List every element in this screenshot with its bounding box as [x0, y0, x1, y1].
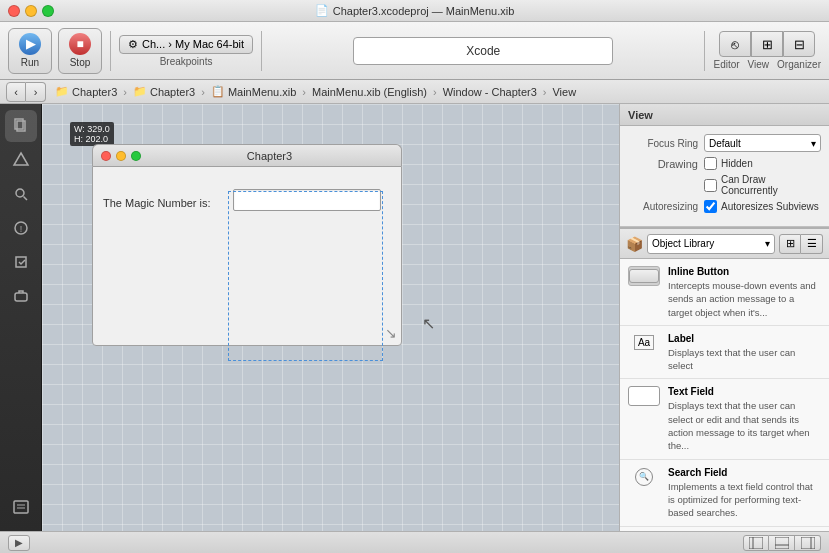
stop-button[interactable]: ■ Stop — [58, 28, 102, 74]
focus-ring-row: Focus Ring Default ▾ — [628, 134, 821, 152]
library-item-label[interactable]: Aa Label Displays text that the user can… — [620, 326, 829, 380]
label-name: Label — [668, 332, 821, 346]
focus-ring-select[interactable]: Default ▾ — [704, 134, 821, 152]
view-labels: Editor View Organizer — [713, 59, 821, 70]
minimize-button[interactable] — [25, 5, 37, 17]
nav-back[interactable]: ‹ — [6, 82, 26, 102]
right-panel-toggle[interactable] — [795, 535, 821, 551]
inline-button-desc: Intercepts mouse-down events and sends a… — [668, 279, 821, 319]
search-name: Search Field — [668, 466, 821, 480]
focus-ring-label: Focus Ring — [628, 138, 698, 149]
folder-icon: 📁 — [55, 85, 69, 98]
svg-rect-11 — [749, 537, 763, 549]
preview-titlebar: Chapter3 — [92, 144, 402, 166]
main-layout: ! W: 329.0 H: 202.0 Chapter3 The — [0, 104, 829, 531]
bc-mainmenu-english[interactable]: MainMenu.xib (English) — [309, 86, 430, 98]
breadcrumb-bar: ‹ › 📁 Chapter3 › 📁 Chapter3 › 📋 MainMenu… — [0, 80, 829, 104]
bc-view[interactable]: View — [549, 86, 579, 98]
library-type-select[interactable]: Object Library ▾ — [647, 234, 775, 254]
maximize-button[interactable] — [42, 5, 54, 17]
app-name-display: Xcode — [270, 37, 696, 65]
stop-icon: ■ — [69, 33, 91, 55]
label-text-container: Label Displays text that the user can se… — [668, 332, 821, 373]
library-list-view[interactable]: ☰ — [801, 234, 823, 254]
bc-mainmenu-xib[interactable]: 📋 MainMenu.xib — [208, 85, 299, 98]
textfield-icon-img — [628, 386, 660, 406]
bottom-panel-toggle[interactable] — [769, 535, 795, 551]
inline-button-name: Inline Button — [668, 265, 821, 279]
sidebar-icon-issues[interactable]: ! — [5, 212, 37, 244]
library-grid-view[interactable]: ⊞ — [779, 234, 801, 254]
scheme-selector[interactable]: ⚙ Ch... › My Mac 64-bit Breakpoints — [119, 35, 253, 67]
bottom-left-controls: ▶ — [8, 535, 30, 551]
textfield-text-container: Text Field Displays text that the user c… — [668, 385, 821, 452]
sidebar-icon-debug[interactable] — [5, 280, 37, 312]
bc-chapter3-folder[interactable]: 📁 Chapter3 — [130, 85, 198, 98]
library-item-textfield[interactable]: Text Field Displays text that the user c… — [620, 379, 829, 459]
preview-textfield[interactable] — [233, 189, 381, 211]
nav-forward[interactable]: › — [26, 82, 46, 102]
left-panel-toggle[interactable] — [743, 535, 769, 551]
view-toggle-group: ⎋ ⊞ ⊟ — [719, 31, 815, 57]
play-bottom-btn[interactable]: ▶ — [8, 535, 30, 551]
sidebar-icon-search[interactable] — [5, 178, 37, 210]
library-select-arrow: ▾ — [765, 238, 770, 249]
window-title: 📄 Chapter3.xcodeproj — MainMenu.xib — [315, 4, 515, 17]
left-sidebar: ! — [0, 104, 42, 531]
autoresizes-checkbox[interactable] — [704, 200, 717, 213]
preview-max[interactable] — [131, 151, 141, 161]
height-dim: H: 202.0 — [74, 134, 108, 144]
can-draw-checkbox[interactable] — [704, 179, 717, 192]
textfield-name: Text Field — [668, 385, 821, 399]
inline-button-icon — [628, 266, 660, 286]
svg-line-4 — [23, 197, 27, 201]
label-icon-img: Aa — [628, 333, 660, 353]
can-draw-row: Can Draw Concurrently — [704, 174, 821, 196]
can-draw-label: Can Draw Concurrently — [721, 174, 821, 196]
scheme-display[interactable]: ⚙ Ch... › My Mac 64-bit — [119, 35, 253, 54]
svg-rect-7 — [15, 293, 27, 301]
sidebar-icon-log[interactable] — [5, 491, 37, 523]
run-button[interactable]: ▶ Run — [8, 28, 52, 74]
library-item-inline-button[interactable]: Inline Button Intercepts mouse-down even… — [620, 259, 829, 326]
xcode-label: Xcode — [353, 37, 613, 65]
view-view-btn[interactable]: ⊞ — [751, 31, 783, 57]
bc-sep-4: › — [433, 86, 437, 98]
editor-view-btn[interactable]: ⎋ — [719, 31, 751, 57]
autoresizes-label: Autoresizes Subviews — [721, 201, 819, 212]
hidden-label: Hidden — [721, 158, 753, 169]
sidebar-icon-symbols[interactable] — [5, 144, 37, 176]
library-list: Inline Button Intercepts mouse-down even… — [620, 259, 829, 531]
preview-close[interactable] — [101, 151, 111, 161]
close-button[interactable] — [8, 5, 20, 17]
width-dim: W: 329.0 — [74, 124, 110, 134]
nav-arrows: ‹ › — [6, 82, 46, 102]
search-icon-img: 🔍 — [628, 467, 660, 487]
toolbar-divider-3 — [704, 31, 705, 71]
autoresizing-label: Autoresizing — [628, 201, 698, 212]
preview-min[interactable] — [116, 151, 126, 161]
sidebar-icon-files[interactable] — [5, 110, 37, 142]
view-controls: ⎋ ⊞ ⊟ Editor View Organizer — [713, 31, 821, 70]
bc-window[interactable]: Window - Chapter3 — [440, 86, 540, 98]
library-item-search[interactable]: 🔍 Search Field Implements a text field c… — [620, 460, 829, 527]
textfield-desc: Displays text that the user can select o… — [668, 399, 821, 452]
bc-sep-3: › — [302, 86, 306, 98]
label-desc: Displays text that the user can select — [668, 346, 821, 373]
bc-chapter3-root[interactable]: 📁 Chapter3 — [52, 85, 120, 98]
sidebar-icon-tests[interactable] — [5, 246, 37, 278]
library-icon: 📦 — [626, 236, 643, 252]
bc-sep-5: › — [543, 86, 547, 98]
toolbar-divider-2 — [261, 31, 262, 71]
library-item-token[interactable]: Token Field Provides tokenized editing s… — [620, 527, 829, 531]
svg-rect-13 — [775, 537, 789, 549]
resize-handle[interactable]: ↘ — [385, 325, 397, 341]
preview-window[interactable]: Chapter3 The Magic Number is: ↘ — [92, 144, 402, 346]
organizer-view-btn[interactable]: ⊟ — [783, 31, 815, 57]
xib-icon: 📋 — [211, 85, 225, 98]
view-section-header: View — [620, 104, 829, 126]
right-panel: View Focus Ring Default ▾ Drawing Hidden… — [619, 104, 829, 531]
scheme-icon: ⚙ — [128, 38, 138, 51]
panel-toggle-group — [743, 535, 821, 551]
hidden-checkbox[interactable] — [704, 157, 717, 170]
